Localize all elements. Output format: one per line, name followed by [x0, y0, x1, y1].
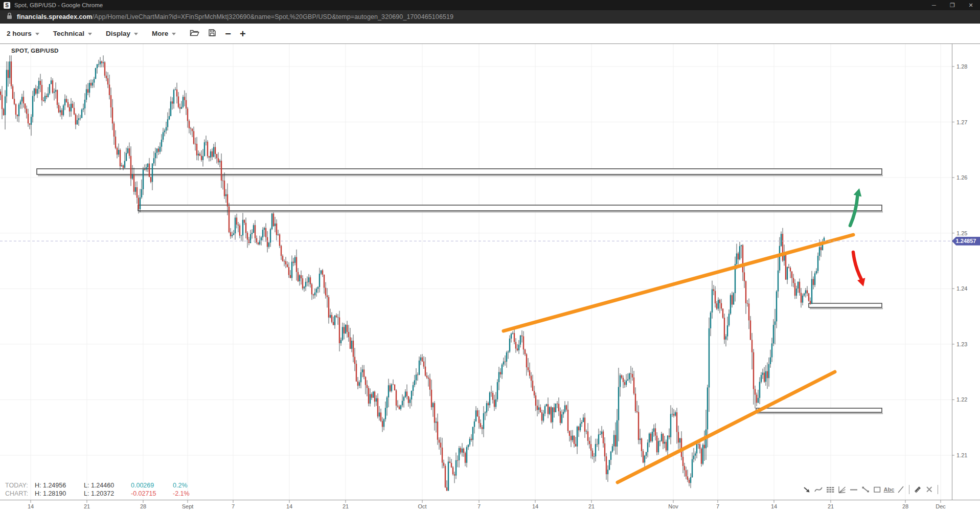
chevron-down-icon	[172, 33, 176, 35]
chart-toolbar: 2 hours Technical Display More − +	[0, 24, 980, 43]
svg-text:7: 7	[477, 503, 481, 509]
more-menu[interactable]: More	[152, 30, 176, 37]
svg-text:28: 28	[140, 503, 146, 509]
svg-text:1.25: 1.25	[956, 230, 967, 236]
pointer-tool[interactable]	[802, 484, 812, 495]
svg-text:1.23: 1.23	[956, 341, 967, 347]
more-menu-label: More	[152, 30, 168, 37]
drawing-toolbar: Abc	[802, 484, 941, 495]
svg-text:1.27: 1.27	[956, 119, 967, 125]
address-bar[interactable]: financials.spreadex.com/App/Home/LiveCha…	[0, 10, 980, 24]
svg-text:21: 21	[828, 503, 834, 509]
zoom-out-icon: −	[225, 29, 231, 38]
spreadex-logo-icon: S	[4, 2, 10, 9]
display-menu[interactable]: Display	[106, 30, 138, 37]
svg-text:1.26: 1.26	[956, 174, 967, 181]
svg-text:1.28: 1.28	[956, 63, 967, 70]
url-path: /App/Home/LiveChartMain?id=XFinSprMchMkt…	[93, 13, 454, 20]
legend-change: -0.02715	[131, 490, 173, 498]
legend-change: 0.00269	[131, 481, 173, 490]
legend-row-chart: CHART: H: 1.28190 L: 1.20372 -0.02715 -2…	[5, 490, 196, 498]
svg-text:1.21: 1.21	[956, 452, 967, 458]
horizontal-line-tool[interactable]	[849, 484, 859, 495]
trend-segment-tool[interactable]	[860, 484, 871, 495]
minimize-button[interactable]: ─	[925, 0, 943, 10]
svg-text:14: 14	[771, 503, 777, 509]
svg-text:1.24: 1.24	[956, 285, 967, 292]
chart-title: SPOT, GBP/USD	[11, 48, 59, 54]
window-title: Spot, GBP/USD - Google Chrome	[14, 2, 103, 8]
technical-menu[interactable]: Technical	[53, 30, 92, 37]
display-menu-label: Display	[106, 30, 130, 37]
toolbar-divider	[909, 485, 909, 494]
zoom-out-button[interactable]: −	[225, 29, 231, 38]
current-price-badge: 1.24857	[952, 237, 980, 246]
legend-label: CHART:	[5, 490, 35, 498]
text-tool[interactable]: Abc	[884, 484, 894, 495]
legend-low: L: 1.24460	[84, 481, 131, 490]
fan-lines-tool[interactable]	[837, 484, 847, 495]
ruler-tool[interactable]	[913, 484, 923, 495]
svg-text:14: 14	[28, 503, 34, 509]
legend-percent: -2.1%	[173, 490, 196, 498]
legend-high: H: 1.24956	[35, 481, 84, 490]
price-chart-canvas[interactable]: 1.281.271.261.251.241.231.221.21142128Se…	[0, 43, 980, 511]
svg-text:7: 7	[232, 503, 235, 509]
save-icon	[208, 29, 216, 39]
close-button[interactable]: ✕	[962, 0, 980, 10]
chevron-down-icon	[88, 33, 92, 35]
legend-label: TODAY:	[5, 481, 35, 490]
svg-text:21: 21	[84, 503, 90, 509]
chevron-down-icon	[134, 33, 138, 35]
maximize-button[interactable]: ❐	[943, 0, 962, 10]
timeframe-menu[interactable]: 2 hours	[7, 30, 39, 37]
svg-text:Dec: Dec	[936, 503, 946, 509]
svg-text:Sept: Sept	[182, 503, 194, 509]
chevron-down-icon	[35, 33, 39, 35]
save-chart-button[interactable]	[208, 29, 216, 39]
grid-tool[interactable]	[825, 484, 835, 495]
svg-text:1.22: 1.22	[956, 396, 967, 403]
rectangle-tool[interactable]	[872, 484, 882, 495]
window-controls: ─ ❐ ✕	[925, 0, 980, 10]
close-drawing-toolbar-button[interactable]	[924, 484, 935, 495]
toolbar-divider	[938, 485, 938, 494]
url-text: financials.spreadex.com/App/Home/LiveCha…	[17, 13, 453, 20]
window-titlebar: S Spot, GBP/USD - Google Chrome ─ ❐ ✕	[0, 0, 980, 10]
legend-low: L: 1.20372	[84, 490, 131, 498]
lock-icon[interactable]	[7, 12, 12, 21]
zoom-in-icon: +	[240, 29, 246, 38]
price-summary-legend: TODAY: H: 1.24956 L: 1.24460 0.00269 0.2…	[5, 481, 196, 498]
svg-text:7: 7	[716, 503, 719, 509]
diagonal-line-tool[interactable]	[896, 484, 906, 495]
open-folder-icon	[190, 29, 199, 39]
svg-text:28: 28	[902, 503, 908, 509]
svg-text:21: 21	[588, 503, 595, 509]
svg-text:21: 21	[343, 503, 349, 509]
legend-high: H: 1.28190	[35, 490, 84, 498]
legend-percent: 0.2%	[173, 481, 196, 490]
timeframe-menu-label: 2 hours	[7, 30, 32, 37]
open-chart-button[interactable]	[190, 29, 199, 39]
technical-menu-label: Technical	[53, 30, 84, 37]
legend-row-today: TODAY: H: 1.24956 L: 1.24460 0.00269 0.2…	[5, 481, 196, 490]
url-domain: financials.spreadex.com	[17, 13, 93, 20]
svg-text:14: 14	[532, 503, 538, 509]
zoom-in-button[interactable]: +	[240, 29, 246, 38]
svg-text:Nov: Nov	[668, 503, 678, 509]
svg-text:14: 14	[286, 503, 292, 509]
curve-tool[interactable]	[813, 484, 824, 495]
text-tool-label: Abc	[884, 486, 895, 493]
svg-text:Oct: Oct	[418, 503, 426, 509]
